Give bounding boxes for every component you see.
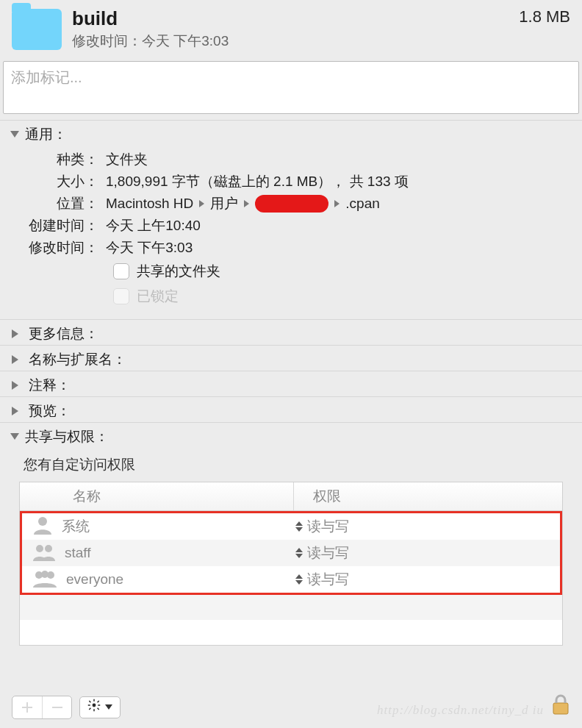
section-comments: 注释： [0,371,582,396]
redacted-segment [255,195,328,213]
svg-rect-15 [553,703,568,714]
chevron-right-icon [199,200,204,207]
svg-rect-13 [97,701,99,703]
section-comments-label: 注释： [29,376,71,395]
svg-rect-8 [93,709,95,711]
perm-user-name: staff [65,545,91,561]
perm-priv-cell[interactable]: 读与写 [294,517,560,536]
footer: http://blog.csdn.net/tiny_d iu [0,688,582,727]
size-value: 1,809,991 字节（磁盘上的 2.1 MB）， 共 133 项 [106,172,572,191]
path-seg-4: .cpan [345,196,379,212]
perm-priv-value: 读与写 [307,570,349,589]
add-button[interactable] [12,696,42,718]
folder-icon [12,9,62,50]
disclosure-triangle-icon [10,433,19,444]
col-name-header[interactable]: 名称 [20,482,294,510]
permissions-rows-highlight: 系统 读与写 staff [20,511,562,595]
created-label: 创建时间： [10,216,106,235]
modified-row: 修改时间：今天 下午3:03 [10,237,572,259]
section-more-info-header[interactable]: 更多信息： [10,324,572,343]
where-row: 位置： Macintosh HD 用户 .cpan [10,193,572,215]
gear-icon [87,699,101,715]
disclosure-triangle-icon [12,381,23,390]
perm-row-empty [20,595,562,620]
section-preview-header[interactable]: 预览： [10,402,572,421]
section-name-ext-header[interactable]: 名称与扩展名： [10,350,572,369]
permissions-table-header: 名称 权限 [20,482,562,511]
modified-label: 修改时间： [10,238,106,257]
disclosure-triangle-icon [12,355,23,364]
section-comments-header[interactable]: 注释： [10,376,572,395]
path-seg-2: 用户 [210,194,238,213]
header-text: build 修改时间：今天 下午3:03 [72,7,519,51]
col-priv-header[interactable]: 权限 [294,482,562,510]
disclosure-triangle-icon [10,131,19,142]
group-icon [32,542,56,565]
header-size: 1.8 MB [519,7,570,26]
header: build 修改时间：今天 下午3:03 1.8 MB [0,0,582,58]
section-general: 通用： 种类：文件夹 大小：1,809,991 字节（磁盘上的 2.1 MB），… [0,120,582,319]
shared-folder-label: 共享的文件夹 [137,262,220,281]
section-more-info: 更多信息： [0,319,582,345]
section-preview-label: 预览： [29,402,71,421]
tags-input[interactable]: 添加标记... [3,61,579,114]
perm-priv-cell[interactable]: 读与写 [294,543,560,563]
svg-rect-12 [97,707,99,710]
shared-folder-checkbox[interactable] [113,263,129,279]
watermark: http://blog.csdn.net/tiny_d iu [377,703,544,718]
item-title: build [72,7,519,30]
custom-access-msg: 您有自定访问权限 [16,451,566,482]
header-modified-label: 修改时间： [72,33,142,49]
stepper-icon [295,548,303,558]
svg-rect-10 [98,704,100,706]
perm-priv-value: 读与写 [307,543,349,563]
perm-row[interactable]: 系统 读与写 [22,513,560,540]
lock-icon[interactable] [551,693,570,721]
shared-folder-row[interactable]: 共享的文件夹 [113,259,572,284]
stepper-icon [295,521,303,532]
created-value: 今天 上午10:40 [106,216,572,235]
path-seg-1: Macintosh HD [106,196,193,212]
permissions-table: 名称 权限 系统 读与写 [19,482,563,646]
section-sharing-header[interactable]: 共享与权限： [10,427,572,446]
perm-user-name: 系统 [62,517,90,536]
remove-button[interactable] [42,696,71,718]
disclosure-triangle-icon [12,329,23,338]
sharing-body: 您有自定访问权限 名称 权限 系统 读与写 [10,446,572,646]
locked-checkbox [113,288,129,304]
chevron-right-icon [244,200,249,207]
section-sharing-label: 共享与权限： [25,427,109,446]
kind-label: 种类： [10,150,106,169]
section-preview: 预览： [0,396,582,422]
svg-point-0 [38,517,47,526]
section-general-label: 通用： [25,125,67,144]
tags-placeholder: 添加标记... [11,69,82,85]
action-menu-button[interactable] [79,696,121,718]
svg-rect-9 [88,704,90,706]
svg-point-2 [45,545,52,552]
section-more-info-label: 更多信息： [29,324,98,343]
perm-user-name: everyone [66,571,123,588]
kind-row: 种类：文件夹 [10,149,572,171]
section-general-header[interactable]: 通用： [10,125,572,144]
permissions-empty-rows [20,595,562,645]
modified-value: 今天 下午3:03 [106,238,572,257]
locked-row: 已锁定 [113,284,572,309]
stepper-icon [295,574,303,585]
section-sharing: 共享与权限： 您有自定访问权限 名称 权限 系统 读与写 [0,422,582,650]
perm-row-empty [20,620,562,645]
single-user-icon [32,515,53,538]
section-name-ext-label: 名称与扩展名： [29,350,126,369]
created-row: 创建时间：今天 上午10:40 [10,215,572,237]
perm-row[interactable]: everyone 读与写 [22,566,560,593]
where-value: Macintosh HD 用户 .cpan [106,194,572,213]
svg-rect-14 [89,707,91,710]
size-row: 大小：1,809,991 字节（磁盘上的 2.1 MB）， 共 133 项 [10,171,572,193]
everyone-icon [32,568,57,591]
add-remove-group [12,696,72,719]
chevron-down-icon [105,704,112,710]
header-modified: 修改时间：今天 下午3:03 [72,32,519,51]
perm-row[interactable]: staff 读与写 [22,540,560,566]
chevron-right-icon [334,200,340,207]
perm-priv-cell[interactable]: 读与写 [294,570,560,589]
